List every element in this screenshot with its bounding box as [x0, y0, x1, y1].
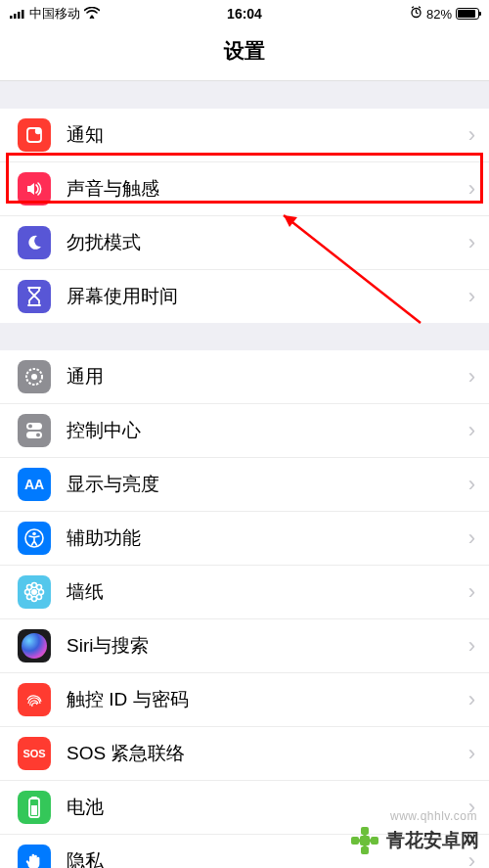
siri-icon: [18, 629, 51, 662]
row-siri[interactable]: Siri与搜索 ›: [0, 619, 489, 673]
svg-point-28: [37, 595, 42, 600]
page-title: 设置: [0, 27, 489, 81]
svg-rect-36: [361, 827, 369, 835]
row-label: 显示与亮度: [67, 472, 463, 497]
svg-rect-0: [10, 16, 13, 19]
chevron-right-icon: ›: [468, 230, 475, 255]
fingerprint-icon: [18, 683, 51, 716]
row-label: 声音与触感: [67, 176, 463, 202]
sos-icon: SOS: [18, 737, 51, 770]
status-bar: 中国移动 16:04 82%: [0, 0, 489, 27]
notification-icon: [18, 118, 51, 152]
chevron-right-icon: ›: [468, 687, 475, 712]
svg-point-13: [31, 374, 37, 380]
row-label: 勿扰模式: [67, 230, 463, 255]
watermark-url: www.qhhlv.com: [390, 809, 477, 823]
svg-rect-35: [358, 834, 372, 847]
wifi-icon: [84, 7, 100, 22]
row-label: 通用: [67, 364, 463, 389]
row-accessibility[interactable]: 辅助功能 ›: [0, 512, 489, 566]
chevron-right-icon: ›: [468, 525, 475, 551]
chevron-right-icon: ›: [468, 579, 475, 605]
chevron-right-icon: ›: [468, 176, 475, 202]
hand-icon: [18, 845, 51, 868]
chevron-right-icon: ›: [468, 633, 475, 659]
chevron-right-icon: ›: [468, 284, 475, 309]
gear-icon: [18, 360, 51, 393]
row-display[interactable]: AA 显示与亮度 ›: [0, 458, 489, 512]
row-touchid[interactable]: 触控 ID 与密码 ›: [0, 673, 489, 727]
svg-rect-38: [351, 837, 359, 845]
signal-icon: [10, 7, 25, 22]
toggles-icon: [18, 414, 51, 447]
row-general[interactable]: 通用 ›: [0, 350, 489, 404]
row-notifications[interactable]: 通知 ›: [0, 109, 489, 162]
settings-group-2: 通用 › 控制中心 › AA 显示与亮度 › 辅助功能 › 墙纸 › Siri与…: [0, 350, 489, 868]
svg-line-8: [412, 7, 414, 8]
svg-point-11: [35, 128, 41, 134]
svg-point-25: [27, 585, 32, 590]
svg-line-7: [416, 13, 418, 14]
svg-point-17: [36, 434, 40, 437]
moon-icon: [18, 226, 51, 259]
battery-icon: [18, 791, 51, 824]
svg-rect-2: [18, 12, 21, 19]
svg-point-19: [32, 532, 36, 536]
row-wallpaper[interactable]: 墙纸 ›: [0, 566, 489, 619]
flower-icon: [18, 575, 51, 609]
row-label: Siri与搜索: [67, 633, 463, 659]
svg-rect-3: [22, 10, 24, 19]
row-label: 通知: [67, 122, 463, 148]
battery-status-icon: [456, 8, 479, 20]
chevron-right-icon: ›: [468, 122, 475, 148]
watermark-brand: 青花安卓网: [347, 823, 479, 858]
row-screentime[interactable]: 屏幕使用时间 ›: [0, 270, 489, 323]
row-sounds[interactable]: 声音与触感 ›: [0, 162, 489, 216]
svg-point-27: [27, 595, 32, 600]
hourglass-icon: [18, 280, 51, 313]
row-label: 屏幕使用时间: [67, 284, 463, 309]
speaker-icon: [18, 172, 51, 206]
watermark-flower-icon: [347, 823, 382, 858]
carrier-label: 中国移动: [29, 5, 80, 23]
svg-rect-37: [361, 846, 369, 854]
chevron-right-icon: ›: [468, 364, 475, 389]
status-time: 16:04: [227, 6, 262, 22]
row-label: 辅助功能: [67, 525, 463, 551]
status-right: 82%: [410, 6, 479, 22]
svg-point-4: [91, 15, 94, 18]
chevron-right-icon: ›: [468, 418, 475, 443]
svg-rect-39: [371, 837, 378, 845]
row-label: 触控 ID 与密码: [67, 687, 463, 712]
battery-pct: 82%: [426, 7, 452, 22]
row-label: 控制中心: [67, 418, 463, 443]
svg-rect-31: [31, 805, 37, 815]
row-dnd[interactable]: 勿扰模式 ›: [0, 216, 489, 270]
settings-group-1: 通知 › 声音与触感 › 勿扰模式 › 屏幕使用时间 ›: [0, 109, 489, 323]
svg-rect-1: [14, 14, 17, 19]
svg-rect-30: [31, 797, 37, 799]
svg-line-9: [419, 7, 421, 8]
row-controlcenter[interactable]: 控制中心 ›: [0, 404, 489, 458]
person-icon: [18, 522, 51, 555]
chevron-right-icon: ›: [468, 472, 475, 497]
svg-point-15: [28, 425, 32, 429]
status-left: 中国移动: [10, 5, 100, 23]
alarm-icon: [410, 6, 422, 22]
row-label: 墙纸: [67, 579, 463, 605]
row-label: SOS 紧急联络: [67, 741, 463, 766]
svg-point-20: [31, 589, 37, 595]
aa-icon: AA: [18, 468, 51, 501]
row-sos[interactable]: SOS SOS 紧急联络 ›: [0, 727, 489, 781]
chevron-right-icon: ›: [468, 741, 475, 766]
svg-point-26: [37, 585, 42, 590]
